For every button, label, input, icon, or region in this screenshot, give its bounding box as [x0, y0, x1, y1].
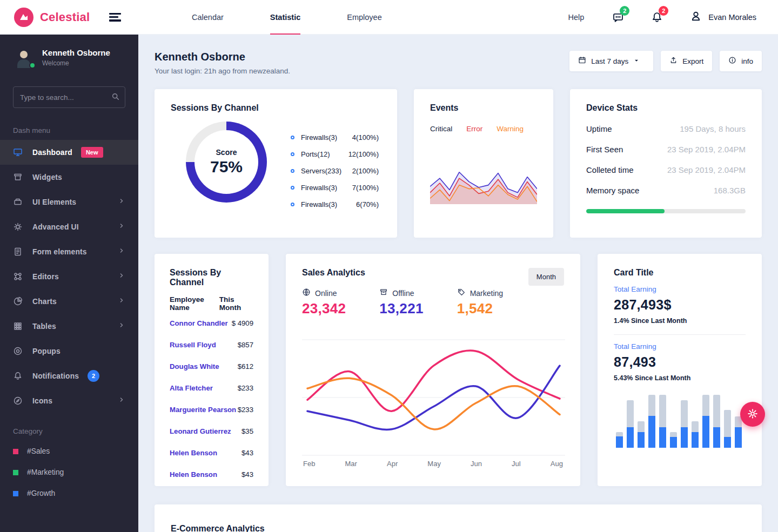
bar-total-segment: [627, 400, 634, 427]
category-color-swatch: [13, 491, 18, 496]
bar-value-segment: [627, 427, 634, 448]
tab-calendar[interactable]: Calendar: [169, 0, 247, 35]
sidebar-profile[interactable]: Kenneth Osborne Welcome: [0, 35, 138, 79]
x-axis-label: Jul: [512, 460, 521, 468]
settings-fab-button[interactable]: [740, 402, 765, 427]
sales-stat-label-text: Online: [315, 289, 337, 298]
notifications-button[interactable]: 2: [651, 11, 663, 23]
period-select-button[interactable]: Month: [528, 268, 564, 286]
x-axis-label: Aug: [551, 460, 563, 468]
card-title: Events: [430, 103, 537, 113]
category-growth[interactable]: #Growth: [0, 483, 138, 504]
bar: [724, 410, 731, 448]
user-menu[interactable]: Evan Morales: [690, 10, 756, 24]
chevron-right-icon: [118, 396, 125, 406]
card-title: Sessions By Channel: [170, 268, 253, 287]
card-title: Sessions By Channel: [171, 103, 381, 113]
employee-name-link[interactable]: Helen Benson: [170, 449, 217, 457]
table-row[interactable]: Douglas White$612: [170, 355, 253, 377]
x-axis-label: Apr: [387, 460, 398, 468]
table-row[interactable]: Connor Chandler$ 4909: [170, 312, 253, 334]
employee-name-link[interactable]: Helen Benson: [170, 470, 217, 479]
device-stat-row: Colleted time23 Sep 2019, 2.04PM: [586, 165, 746, 174]
search-input[interactable]: [13, 86, 125, 108]
category-marketing[interactable]: #Marketing: [0, 462, 138, 483]
bar: [638, 421, 645, 448]
bar-total-segment: [648, 395, 655, 416]
employee-name-link[interactable]: Russell Floyd: [170, 341, 216, 349]
table-row[interactable]: Marguerite Pearson$233: [170, 399, 253, 420]
table-row[interactable]: Russell Floyd$857: [170, 334, 253, 355]
sidebar-category-label: Category: [0, 413, 138, 441]
employee-name-link[interactable]: Alta Fletcher: [170, 384, 213, 392]
table-row[interactable]: Leonard Gutierrez$35: [170, 420, 253, 442]
employee-amount: $857: [238, 341, 253, 349]
employee-name-link[interactable]: Marguerite Pearson: [170, 406, 236, 414]
donut-center-label: Score: [216, 148, 237, 157]
sidebar-item-editors[interactable]: Editors: [0, 264, 138, 289]
column-header: Employee Name: [170, 295, 219, 312]
profile-name: Kenneth Osborne: [42, 48, 110, 57]
category-sales[interactable]: #Sales: [0, 441, 138, 462]
help-link[interactable]: Help: [568, 13, 585, 22]
sidebar-item-ui-elements[interactable]: UI Elements: [0, 190, 138, 214]
x-axis-label: Jun: [471, 460, 482, 468]
sales-stat-marketing: Marketing1,542: [457, 288, 503, 317]
employee-name-link[interactable]: Leonard Gutierrez: [170, 427, 231, 435]
sidebar-item-dashboard[interactable]: DashboardNew: [0, 140, 138, 165]
topbar-right: Help 2 2 Evan Morales: [568, 10, 778, 24]
sidebar-item-form-elements[interactable]: Form elements: [0, 239, 138, 264]
divider: [614, 334, 746, 335]
sidebar-item-label: Charts: [32, 298, 57, 306]
sales-analytics-card: Sales Analytics Month Online23,342Offlin…: [286, 254, 580, 486]
earning-label-link[interactable]: Total Earning: [614, 285, 746, 293]
sidebar-item-icons[interactable]: Icons: [0, 388, 138, 413]
earning-value: 87,493: [614, 354, 746, 370]
sidebar-item-label: Editors: [32, 273, 59, 281]
legend-value: 7(100%): [352, 184, 379, 192]
legend-name: Firewalls(3): [301, 200, 337, 208]
brand-name: Celestial: [40, 10, 90, 24]
sidebar-item-widgets[interactable]: Widgets: [0, 165, 138, 190]
date-range-button[interactable]: Last 7 days: [569, 51, 653, 71]
sidebar-item-notifications[interactable]: Notifications2: [0, 363, 138, 388]
chevron-right-icon: [118, 222, 125, 232]
category-color-swatch: [13, 470, 18, 475]
tab-statistic[interactable]: Statistic: [247, 0, 324, 35]
table-row[interactable]: Helen Benson$43: [170, 442, 253, 463]
sidebar-item-tables[interactable]: Tables: [0, 314, 138, 339]
table-body: Connor Chandler$ 4909Russell Floyd$857Do…: [170, 312, 253, 485]
events-card: Events CriticalErrorWarning: [414, 89, 553, 238]
sidebar-item-label: Widgets: [32, 173, 62, 181]
device-stat-value: 168.3GB: [714, 186, 746, 195]
tab-employee[interactable]: Employee: [324, 0, 405, 35]
sidebar-search: [13, 86, 125, 108]
sidebar-item-label: Popups: [32, 347, 61, 355]
x-axis-label: Feb: [303, 460, 315, 468]
table-row[interactable]: Helen Benson$43: [170, 463, 253, 485]
legend-bullet-icon: [291, 203, 294, 206]
legend-name: Ports(12): [301, 150, 330, 158]
sidebar-item-popups[interactable]: Popups: [0, 339, 138, 363]
earning-label-link[interactable]: Total Earning: [614, 342, 746, 351]
employee-name-link[interactable]: Douglas White: [170, 362, 219, 371]
gear-icon: [747, 408, 758, 421]
bar-total-segment: [702, 395, 709, 416]
notifications-badge: 2: [659, 6, 668, 16]
events-label-error: Error: [466, 125, 482, 133]
sidebar-item-charts[interactable]: Charts: [0, 289, 138, 314]
export-button[interactable]: Export: [661, 51, 712, 71]
menu-toggle-button[interactable]: [109, 13, 121, 22]
globe-icon: [302, 288, 315, 298]
employee-name-link[interactable]: Connor Chandler: [170, 319, 228, 327]
sales-stat-label-text: Offline: [392, 289, 414, 298]
info-button[interactable]: info: [720, 51, 762, 71]
events-label-warning: Warning: [497, 125, 524, 133]
sidebar-item-advanced-ui[interactable]: Advanced UI: [0, 214, 138, 239]
table-row[interactable]: Alta Fletcher$233: [170, 377, 253, 399]
bar-value-segment: [735, 427, 742, 448]
messages-button[interactable]: 2: [612, 11, 624, 23]
user-name: Evan Morales: [708, 13, 756, 22]
sales-stat-online: Online23,342: [302, 288, 346, 317]
earnings-bar-chart: [614, 394, 746, 448]
